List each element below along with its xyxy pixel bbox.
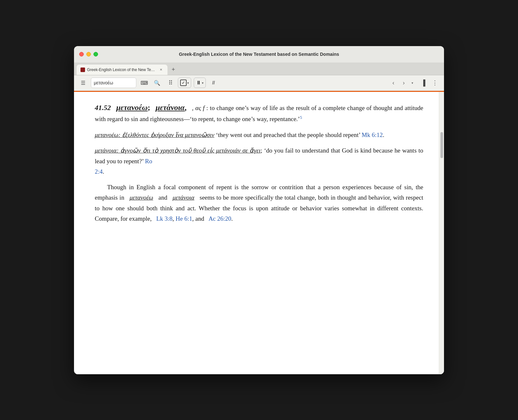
hamburger-button[interactable]: ☰ xyxy=(78,78,88,88)
new-tab-button[interactable]: + xyxy=(169,65,178,74)
search-input[interactable] xyxy=(94,80,133,85)
ref-he[interactable]: He 6:1 xyxy=(176,215,192,222)
example-1: μετανοέω: ἐξελθόντες ἐκήρυξαν ἵνα μετανο… xyxy=(95,130,423,140)
close-button[interactable] xyxy=(79,52,84,56)
slash-button[interactable]: // xyxy=(208,78,219,88)
ref-ac[interactable]: Ac 26:20 xyxy=(208,215,231,222)
scrollbar-thumb[interactable] xyxy=(440,132,443,158)
minimize-button[interactable] xyxy=(86,52,91,56)
active-tab[interactable]: Greek-English Lexicon of the New Testame… xyxy=(77,65,167,75)
dots-button[interactable]: ⠿ xyxy=(165,78,175,88)
check-dropdown-arrow: ▾ xyxy=(187,81,189,85)
tab-label: Greek-English Lexicon of the New Testame… xyxy=(87,68,156,72)
maximize-button[interactable] xyxy=(93,52,98,56)
search-button[interactable]: 🔍 xyxy=(152,78,162,88)
example-1-text: ‘they went out and preached that the peo… xyxy=(214,131,362,138)
head-word-1: μετανοέω xyxy=(116,103,148,112)
scrollbar[interactable] xyxy=(439,92,444,374)
check-icon: ✓ xyxy=(180,80,187,86)
nav-dropdown-button[interactable]: ▾ xyxy=(409,78,415,88)
content-area: 41.52 μετανοέω; μετάνοια, , ας f : to ch… xyxy=(74,92,444,374)
sidebar-toggle-button[interactable]: ▐ xyxy=(418,78,428,88)
dots-icon: ⠿ xyxy=(168,79,172,86)
pause-dropdown[interactable]: ⏸ ▾ xyxy=(194,78,206,88)
nav-forward-button[interactable]: › xyxy=(399,78,409,88)
example-2-end: . xyxy=(103,168,104,175)
commentary-greek-2: μετάνοια xyxy=(173,194,194,201)
example-1-ref[interactable]: Mk 6:12 xyxy=(362,131,383,138)
nav-arrows: ‹ › ▾ xyxy=(388,78,415,88)
tab-bar: Greek-English Lexicon of the New Testame… xyxy=(74,63,444,75)
hamburger-icon: ☰ xyxy=(81,80,85,86)
example-2: μετάνοια: ἀγνοῶν ὅτι τὸ χρηστὸν τοῦ θεοῦ… xyxy=(95,145,423,177)
check-dropdown[interactable]: ✓ ▾ xyxy=(178,78,191,88)
ref-lk[interactable]: Lk 3:8 xyxy=(156,215,172,222)
pause-dropdown-arrow: ▾ xyxy=(202,81,204,85)
search-icon: 🔍 xyxy=(154,80,160,86)
head-word-2: μετάνοια xyxy=(155,103,184,112)
app-window: Greek-English Lexicon of the New Testame… xyxy=(74,46,444,374)
main-content: 41.52 μετανοέω; μετάνοια, , ας f : to ch… xyxy=(74,92,439,374)
example-2-greek: μετάνοια: ἀγνοῶν ὅτι τὸ χρηστὸν τοῦ θεοῦ… xyxy=(95,147,261,154)
traffic-lights xyxy=(79,52,98,56)
commentary-paragraph: Though in English a focal component of r… xyxy=(95,182,423,224)
commentary-final: . xyxy=(231,215,233,222)
entry-number: 41.52 xyxy=(95,104,111,112)
commentary-and: and xyxy=(158,194,167,201)
title-bar: Greek-English Lexicon of the New Testame… xyxy=(74,46,444,63)
tab-favicon xyxy=(80,68,85,72)
entry-heading: 41.52 μετανοέω; μετάνοια, , ας f : to ch… xyxy=(95,101,423,125)
slash-icon: // xyxy=(212,80,215,85)
sidebar-icon: ▐ xyxy=(421,80,426,86)
more-button[interactable]: ⋮ xyxy=(430,78,440,88)
window-title: Greek-English Lexicon of the New Testame… xyxy=(179,52,339,57)
example-1-greek: μετανοέω: ἐξελθόντες ἐκήρυξαν ἵνα μετανο… xyxy=(95,131,214,138)
keyboard-icon: ⌨ xyxy=(141,80,148,86)
tab-close-button[interactable]: ✕ xyxy=(158,67,164,72)
nav-back-button[interactable]: ‹ xyxy=(388,78,399,88)
toolbar-right: ▐ ⋮ xyxy=(418,78,440,88)
commentary-end: , and xyxy=(192,215,204,222)
keyboard-button[interactable]: ⌨ xyxy=(139,78,149,88)
footnote-ref: 5 xyxy=(300,115,302,120)
head-suffix: , ας f xyxy=(192,105,204,111)
example-1-end: . xyxy=(383,131,384,138)
search-box[interactable] xyxy=(91,78,136,88)
pause-icon: ⏸ xyxy=(196,80,201,86)
commentary-greek-1: μετανοέω xyxy=(130,194,153,201)
more-icon: ⋮ xyxy=(432,79,438,86)
toolbar: ☰ ⌨ 🔍 ⠿ ✓ ▾ ⏸ ▾ // ‹ › ▾ xyxy=(74,75,444,91)
